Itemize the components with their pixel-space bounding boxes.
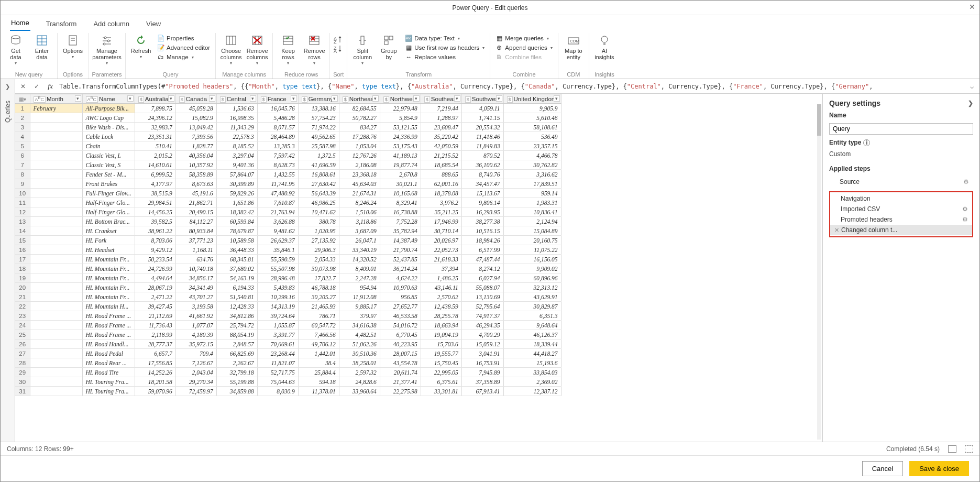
cell[interactable]: 62,001.16 xyxy=(421,179,461,189)
cell[interactable]: 46,533.58 xyxy=(380,311,421,321)
cell[interactable]: 11,849.83 xyxy=(461,141,503,151)
cell[interactable]: 60,593.84 xyxy=(216,217,257,226)
cell[interactable]: 56,643.39 xyxy=(298,189,339,198)
row-number[interactable]: 11 xyxy=(15,198,30,207)
cell[interactable]: HL Headset xyxy=(82,245,135,255)
cell[interactable]: 7,597.42 xyxy=(257,151,298,160)
cell[interactable]: 6,027.94 xyxy=(461,273,503,283)
cell[interactable] xyxy=(30,113,82,123)
save-close-button[interactable]: Save & close xyxy=(909,461,969,476)
cell[interactable]: 71,974.22 xyxy=(298,123,339,132)
cell[interactable]: 12,767.26 xyxy=(339,151,380,160)
cell[interactable]: 7,898.75 xyxy=(135,104,175,113)
cell[interactable]: 55,088.07 xyxy=(461,283,503,292)
cell[interactable]: 7,945.89 xyxy=(461,368,503,377)
cell[interactable]: 38,277.38 xyxy=(461,217,503,226)
cell[interactable] xyxy=(30,377,82,387)
cell[interactable]: 46,294.35 xyxy=(461,321,503,330)
cell[interactable]: 41,696.59 xyxy=(298,160,339,170)
column-header[interactable]: $Canada▾ xyxy=(175,94,216,104)
column-header[interactable]: $Northwest▾ xyxy=(380,94,421,104)
cell[interactable]: 21,215.52 xyxy=(421,151,461,160)
group-by-button[interactable]: Group by xyxy=(377,33,401,60)
cell[interactable]: 10,740.18 xyxy=(175,264,216,273)
cell[interactable]: 7,219.44 xyxy=(421,104,461,113)
cell[interactable]: 60,896.96 xyxy=(503,273,561,283)
cell[interactable]: 10,836.41 xyxy=(503,207,561,217)
table-row[interactable]: 21HL Mountain Fr...2,471.2243,701.2751,5… xyxy=(15,292,561,302)
cell[interactable]: 14,610.61 xyxy=(135,160,175,170)
table-row[interactable]: 18HL Mountain Fr...24,726.9910,740.1837,… xyxy=(15,264,561,273)
cell[interactable]: 82,684.55 xyxy=(339,104,380,113)
cell[interactable] xyxy=(30,368,82,377)
scrollbar-thumb[interactable] xyxy=(817,104,821,136)
cell[interactable]: 22,979.48 xyxy=(380,104,421,113)
cell[interactable]: HL Mountain Fr... xyxy=(82,283,135,292)
cell[interactable] xyxy=(30,179,82,189)
cell[interactable]: 8,246.24 xyxy=(339,198,380,207)
manage-button[interactable]: 🗂Manage▾ xyxy=(155,53,212,61)
fx-icon[interactable]: fx xyxy=(46,82,55,91)
cell[interactable]: 49,706.12 xyxy=(298,339,339,349)
cell[interactable]: February xyxy=(30,104,82,113)
table-row[interactable]: 9Front Brakes4,177.978,673.6330,399.8911… xyxy=(15,179,561,189)
filter-dropdown-icon[interactable]: ▾ xyxy=(454,95,460,102)
cell[interactable]: 536.49 xyxy=(503,132,561,141)
table-row[interactable]: 24HL Road Frame ...11,736.431,077.0725,7… xyxy=(15,321,561,330)
cell[interactable]: 33,960.64 xyxy=(339,387,380,396)
cell[interactable]: 43,701.27 xyxy=(175,292,216,302)
tab-transform[interactable]: Transform xyxy=(45,17,78,31)
cell[interactable]: 28,777.37 xyxy=(135,339,175,349)
cell[interactable]: 16,753.91 xyxy=(461,358,503,368)
info-icon[interactable]: i xyxy=(863,139,870,146)
cell[interactable]: Chain xyxy=(82,141,135,151)
cell[interactable]: 55,590.59 xyxy=(257,255,298,264)
cell[interactable]: 88,054.19 xyxy=(216,330,257,339)
cell[interactable]: 2,118.99 xyxy=(135,330,175,339)
gear-icon[interactable]: ⚙ xyxy=(963,178,969,185)
map-entity-button[interactable]: CDM Map to entity xyxy=(561,33,586,60)
cell[interactable]: 11,075.22 xyxy=(503,245,561,255)
row-number[interactable]: 31 xyxy=(15,387,30,396)
table-row[interactable]: 15HL Fork8,703.0637,771.2310,589.5826,62… xyxy=(15,236,561,245)
cell[interactable]: 33,854.03 xyxy=(503,368,561,377)
scrollbar-vertical[interactable] xyxy=(817,104,821,440)
cell[interactable]: 55,507.98 xyxy=(257,264,298,273)
cell[interactable]: 14,456.25 xyxy=(135,207,175,217)
table-row[interactable]: 28HL Road Rear ...17,556.857,126.672,262… xyxy=(15,358,561,368)
table-row[interactable]: 14HL Crankset38,961.2280,933.8478,679.87… xyxy=(15,226,561,236)
row-number[interactable]: 14 xyxy=(15,226,30,236)
table-row[interactable]: 6Classic Vest, L2,015.240,356.043,297.04… xyxy=(15,151,561,160)
cell[interactable]: 9,909.02 xyxy=(503,264,561,273)
cell[interactable]: 41,661.92 xyxy=(175,311,216,321)
filter-dropdown-icon[interactable]: ▾ xyxy=(291,95,297,102)
cell[interactable]: 6,351.3 xyxy=(503,311,561,321)
cell[interactable]: 30,205.27 xyxy=(298,292,339,302)
cell[interactable]: 37,394 xyxy=(421,264,461,273)
cell[interactable]: HL Road Frame ... xyxy=(82,330,135,339)
accept-formula-icon[interactable]: ✓ xyxy=(32,83,41,90)
cell[interactable] xyxy=(30,311,82,321)
cell[interactable]: 11,418.46 xyxy=(461,132,503,141)
cell[interactable] xyxy=(30,245,82,255)
filter-dropdown-icon[interactable]: ▾ xyxy=(372,95,379,102)
cell[interactable]: 46,986.25 xyxy=(298,198,339,207)
cell[interactable]: 34,856.17 xyxy=(175,273,216,283)
cell[interactable]: 1,741.15 xyxy=(461,113,503,123)
step-changed-column-types[interactable]: ✕Changed column t... xyxy=(830,225,972,235)
cell[interactable]: 956.85 xyxy=(380,292,421,302)
cell[interactable]: 2,570.62 xyxy=(421,292,461,302)
row-number[interactable]: 26 xyxy=(15,339,30,349)
cell[interactable]: 38.4 xyxy=(298,358,339,368)
cell[interactable]: 21,465.93 xyxy=(298,302,339,311)
cell[interactable] xyxy=(30,330,82,339)
cell[interactable]: 11,378.01 xyxy=(298,387,339,396)
cell[interactable]: 9,429.12 xyxy=(135,245,175,255)
type-icon[interactable]: ABC xyxy=(86,96,98,103)
cell[interactable]: 39,427.45 xyxy=(135,302,175,311)
cell[interactable]: 53,175.43 xyxy=(380,141,421,151)
cell[interactable]: 9,481.62 xyxy=(257,226,298,236)
cell[interactable]: 1,828.77 xyxy=(175,141,216,151)
cell[interactable]: 1,486.25 xyxy=(421,273,461,283)
row-number[interactable]: 4 xyxy=(15,132,30,141)
